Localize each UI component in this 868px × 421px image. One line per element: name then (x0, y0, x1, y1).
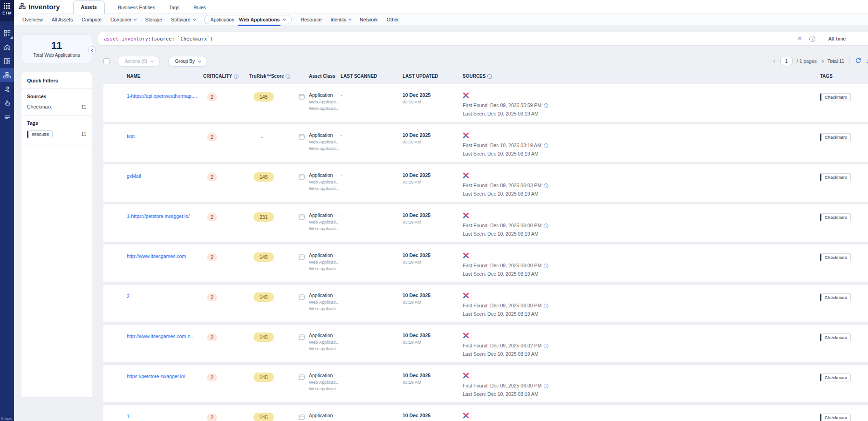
column-header-last-updated[interactable]: LAST UPDATED (403, 74, 463, 79)
info-icon[interactable] (544, 183, 548, 188)
row-tag-chip[interactable]: Checkmarx (820, 253, 851, 261)
help-icon[interactable]: ? (809, 36, 815, 42)
asset-name-link[interactable]: http://www.itsecgames.com-n... (127, 333, 194, 339)
subnav-item[interactable]: Identity (330, 17, 351, 22)
info-icon[interactable] (286, 74, 290, 79)
asset-name-link[interactable]: 1-https://api.openweathermap.... (127, 93, 197, 99)
info-icon[interactable] (544, 344, 548, 348)
chevron-left-icon (91, 49, 95, 52)
rail-nav (0, 26, 14, 124)
info-icon[interactable] (544, 304, 548, 308)
first-found-text: First Found: Dec 09, 2025 06:00 PM (463, 382, 541, 390)
asset-name-link[interactable]: http://www.itsecgames.com (127, 253, 186, 259)
row-tag-chip[interactable]: Checkmarx (820, 333, 851, 341)
quick-filters-panel: Quick Filters Sources Checkmarx 11 Tags (21, 72, 92, 398)
checkmarx-source-icon[interactable] (463, 92, 820, 101)
asset-name-link[interactable]: test (127, 133, 135, 139)
query-search-bar[interactable]: asset.inventory:(source: `Checkmarx`) ✕ … (98, 32, 868, 46)
row-tag-chip[interactable]: Checkmarx (820, 373, 851, 381)
clear-query-icon[interactable]: ✕ (797, 35, 802, 41)
row-tag-chip[interactable]: Checkmarx (820, 93, 851, 101)
info-icon[interactable] (544, 264, 548, 268)
asset-management-icon[interactable] (0, 26, 14, 40)
subnav-item[interactable]: Other (387, 17, 399, 22)
subnav-item[interactable]: All Assets (52, 17, 73, 22)
info-icon[interactable] (544, 384, 548, 388)
checkmarx-source-icon[interactable] (463, 292, 820, 301)
subnav-item[interactable]: Software (171, 17, 195, 22)
row-tag-chip[interactable]: Checkmarx (820, 293, 851, 301)
group-by-button[interactable]: Group By (168, 56, 207, 67)
tag-filter-item[interactable]: 9590458 11 (27, 130, 86, 138)
row-tag-chip[interactable]: Checkmarx (820, 133, 851, 141)
asset-name-link[interactable]: https://petstore.swagger.io/ (127, 373, 185, 379)
last-scanned-value: - (341, 413, 403, 418)
module-tab[interactable]: Assets (73, 0, 105, 14)
download-icon[interactable] (866, 57, 868, 65)
left-filter-column: 11 Total Web Applications Quick Filters … (21, 34, 92, 398)
asset-name-link[interactable]: 1 (127, 414, 130, 419)
previous-page-icon[interactable] (773, 59, 777, 62)
row-tag-chip[interactable]: Checkmarx (820, 213, 851, 221)
info-icon[interactable] (487, 74, 492, 79)
info-icon[interactable] (544, 143, 548, 148)
module-tab[interactable]: Tags (168, 1, 180, 14)
column-header-name[interactable]: NAME (103, 74, 203, 79)
column-header-criticality[interactable]: CRITICALITY (203, 74, 249, 79)
actions-button[interactable]: Actions (0) (118, 56, 160, 67)
next-page-icon[interactable] (820, 59, 824, 62)
column-header-last-scanned[interactable]: LAST SCANNED (341, 74, 403, 79)
subnav-item[interactable]: Container (110, 17, 137, 22)
table-row: 1-https://petstore.swagger.io/ 2 231 App… (103, 204, 868, 243)
inventory-icon[interactable] (0, 68, 14, 82)
dashboard-icon[interactable] (0, 54, 14, 68)
subnav-item[interactable]: Resource (301, 17, 321, 22)
module-tab[interactable]: Business Entities (117, 1, 156, 14)
source-filter-item[interactable]: Checkmarx 11 (27, 104, 86, 109)
info-icon[interactable] (234, 74, 239, 79)
refresh-icon[interactable] (855, 57, 861, 65)
asset-name-link[interactable]: 1-https://petstore.swagger.io/ (127, 213, 190, 219)
checkmarx-source-icon[interactable] (463, 413, 820, 421)
subnav-item[interactable]: Network (360, 17, 378, 22)
column-header-score[interactable]: TruRisk™Score (249, 74, 294, 79)
info-icon[interactable] (544, 224, 548, 228)
checkmarx-source-icon[interactable] (463, 373, 820, 381)
row-tag-chip[interactable]: Checkmarx (820, 173, 851, 181)
checkmarx-source-icon[interactable] (463, 212, 820, 221)
module-tab[interactable]: Rules (192, 1, 207, 14)
menu-icon[interactable] (0, 110, 14, 124)
table-row: https://petstore.swagger.io/ 2 145 Appli… (103, 364, 868, 403)
services-icon[interactable] (0, 82, 14, 96)
checkmarx-source-icon[interactable] (463, 333, 820, 341)
checkmarx-source-icon[interactable] (463, 252, 820, 261)
page-number-input[interactable]: 1 (780, 57, 793, 65)
column-header-asset-class[interactable]: Asset Class (294, 74, 341, 79)
time-range-dropdown[interactable]: All Time (828, 36, 868, 41)
etm-logo[interactable]: ETM (2, 11, 11, 15)
table-body: 1-https://api.openweathermap.... 2 145 A… (103, 84, 868, 421)
apps-launcher-icon[interactable] (4, 3, 10, 9)
subnav-item[interactable]: Overview (22, 17, 43, 22)
column-header-sources[interactable]: SOURCES (463, 74, 820, 79)
row-tag-chip[interactable]: Checkmarx (820, 414, 851, 421)
asset-class-sub2: Web-applicati... (309, 306, 339, 311)
asset-class-sub1: Web Applicati.. (309, 139, 339, 144)
subnav-item[interactable]: Storage (145, 17, 162, 22)
home-icon[interactable] (0, 40, 14, 54)
checkmarx-source-icon[interactable] (463, 172, 820, 181)
select-all-checkbox[interactable] (103, 58, 109, 64)
asset-name-link[interactable]: 2 (127, 293, 130, 299)
query-input[interactable]: asset.inventory:(source: `Checkmarx`) (98, 36, 213, 41)
asset-name-link[interactable]: gxMail (127, 173, 141, 179)
last-updated-date: 10 Dec 2025 (403, 212, 463, 218)
info-icon[interactable] (544, 103, 548, 108)
checkmarx-source-icon[interactable] (463, 132, 820, 141)
access-icon[interactable] (0, 96, 14, 110)
column-header-tags[interactable]: TAGS (820, 74, 868, 79)
last-updated-time: 03:19 AM (403, 219, 463, 224)
trurisk-score-badge: 145 (253, 333, 274, 342)
collapse-panel-button[interactable] (88, 46, 96, 54)
application-filter-pill[interactable]: Application: Web Applications (204, 15, 292, 24)
subnav-item[interactable]: Compute (82, 17, 102, 22)
